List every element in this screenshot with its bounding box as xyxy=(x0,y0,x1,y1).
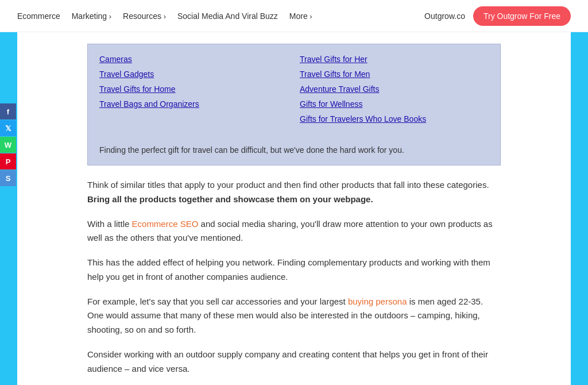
content-inner: Cameras Travel Gadgets Travel Gifts for … xyxy=(76,32,512,385)
toc-link-wellness[interactable]: Gifts for Wellness xyxy=(300,99,362,109)
toc-link-bags[interactable]: Travel Bags and Organizers xyxy=(99,99,199,109)
buying-persona-link[interactable]: buying persona xyxy=(348,297,407,306)
toc-item-books[interactable]: Gifts for Travelers Who Love Books xyxy=(300,114,489,124)
toc-item-gadgets[interactable]: Travel Gadgets xyxy=(99,70,288,79)
nav-links: Ecommerce Marketing Resources Social Med… xyxy=(17,11,312,21)
nav-social-media[interactable]: Social Media And Viral Buzz xyxy=(177,11,278,21)
toc-link-home[interactable]: Travel Gifts for Home xyxy=(99,84,176,94)
toc-box: Cameras Travel Gadgets Travel Gifts for … xyxy=(87,44,501,165)
nav-resources[interactable]: Resources xyxy=(123,11,166,21)
toc-left-col: Cameras Travel Gadgets Travel Gifts for … xyxy=(99,55,288,129)
body-para-3: This has the added effect of helping you… xyxy=(87,256,501,284)
facebook-share-button[interactable]: f xyxy=(0,103,16,120)
nav-more[interactable]: More xyxy=(289,11,312,21)
toc-right-col: Travel Gifts for Her Travel Gifts for Me… xyxy=(300,55,489,129)
toc-item-home[interactable]: Travel Gifts for Home xyxy=(99,84,288,94)
body-para-4: For example, let's say that you sell car… xyxy=(87,295,501,337)
nav-right: Outgrow.co Try Outgrow For Free xyxy=(424,6,571,26)
ecommerce-seo-link[interactable]: Ecommerce SEO xyxy=(132,219,199,229)
nav-ecommerce[interactable]: Ecommerce xyxy=(17,11,60,21)
para1-text: Think of similar titles that apply to yo… xyxy=(87,180,489,190)
toc-link-cameras[interactable]: Cameras xyxy=(99,55,132,64)
toc-link-gadgets[interactable]: Travel Gadgets xyxy=(99,70,154,79)
toc-item-bags[interactable]: Travel Bags and Organizers xyxy=(99,99,288,109)
toc-link-adventure[interactable]: Adventure Travel Gifts xyxy=(300,84,380,94)
nav-marketing[interactable]: Marketing xyxy=(72,11,111,21)
toc-link-books[interactable]: Gifts for Travelers Who Love Books xyxy=(300,114,426,124)
toc-item-adventure[interactable]: Adventure Travel Gifts xyxy=(300,84,489,94)
para2-prefix: With a little xyxy=(87,219,132,229)
toc-description: Finding the perfect gift for travel can … xyxy=(99,138,489,155)
navbar: Ecommerce Marketing Resources Social Med… xyxy=(0,0,588,32)
toc-link-her[interactable]: Travel Gifts for Her xyxy=(300,55,368,64)
toc-link-men[interactable]: Travel Gifts for Men xyxy=(300,70,370,79)
toc-item-her[interactable]: Travel Gifts for Her xyxy=(300,55,489,64)
toc-grid: Cameras Travel Gadgets Travel Gifts for … xyxy=(99,55,489,129)
try-outgrow-button[interactable]: Try Outgrow For Free xyxy=(473,6,571,26)
social-sidebar: f 𝕏 W P S xyxy=(0,103,16,187)
body-para-5: Consider working with an outdoor supply … xyxy=(87,348,501,376)
outgrow-link[interactable]: Outgrow.co xyxy=(424,11,465,21)
share-button[interactable]: S xyxy=(0,170,16,186)
body-para-1: Think of similar titles that apply to yo… xyxy=(87,178,501,207)
toc-item-men[interactable]: Travel Gifts for Men xyxy=(300,70,489,79)
para1-bold: Bring all the products together and show… xyxy=(87,194,373,204)
whatsapp-share-button[interactable]: W xyxy=(0,137,16,153)
toc-item-wellness[interactable]: Gifts for Wellness xyxy=(300,99,489,109)
toc-item-cameras[interactable]: Cameras xyxy=(99,55,288,64)
body-para-2: With a little Ecommerce SEO and social m… xyxy=(87,217,501,246)
page-wrapper: Ecommerce Marketing Resources Social Med… xyxy=(0,0,588,385)
pinterest-share-button[interactable]: P xyxy=(0,153,16,170)
main-content: Cameras Travel Gadgets Travel Gifts for … xyxy=(17,32,571,385)
twitter-share-button[interactable]: 𝕏 xyxy=(0,120,16,136)
para4-prefix: For example, let's say that you sell car… xyxy=(87,297,348,306)
